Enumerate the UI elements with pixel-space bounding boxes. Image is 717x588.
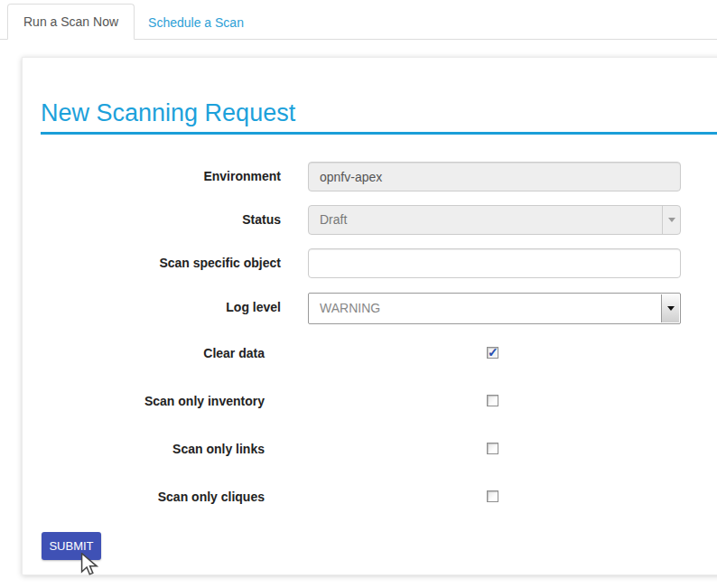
scan-only-cliques-label: Scan only cliques xyxy=(41,489,265,505)
scan-specific-object-label: Scan specific object xyxy=(41,248,281,278)
scan-specific-object-input[interactable] xyxy=(308,248,681,278)
chevron-down-icon xyxy=(661,294,679,322)
scan-only-inventory-checkbox[interactable] xyxy=(487,395,498,406)
page-title: New Scanning Request xyxy=(41,99,717,135)
form-row-log-level: Log level WARNING xyxy=(23,293,717,323)
status-select-value: Draft xyxy=(320,206,656,234)
form-row-status: Status Draft xyxy=(23,205,717,236)
form-row-environment: Environment xyxy=(23,162,717,192)
form-row-clear-data: Clear data xyxy=(23,345,717,361)
scan-only-links-label: Scan only links xyxy=(41,441,265,457)
log-level-select[interactable]: WARNING xyxy=(308,293,681,324)
clear-data-label: Clear data xyxy=(41,345,265,361)
tab-label: Run a Scan Now xyxy=(23,14,118,29)
submit-button[interactable]: SUBMIT xyxy=(42,532,101,560)
form-row-scan-specific-object: Scan specific object xyxy=(23,248,717,279)
tab-bar: Run a Scan Now Schedule a Scan xyxy=(0,0,717,40)
tab-label: Schedule a Scan xyxy=(148,15,244,30)
form-row-scan-only-cliques: Scan only cliques xyxy=(23,489,717,505)
log-level-select-value: WARNING xyxy=(320,294,656,323)
form-row-scan-only-inventory: Scan only inventory xyxy=(23,393,717,409)
status-select: Draft xyxy=(308,205,681,235)
scan-only-links-checkbox[interactable] xyxy=(487,443,498,454)
form-row-scan-only-links: Scan only links xyxy=(23,441,717,457)
chevron-down-icon xyxy=(662,206,680,234)
scan-only-cliques-checkbox[interactable] xyxy=(487,490,498,502)
tab-run-a-scan-now[interactable]: Run a Scan Now xyxy=(7,4,135,40)
log-level-label: Log level xyxy=(41,293,281,322)
environment-input xyxy=(308,162,681,191)
scan-only-inventory-label: Scan only inventory xyxy=(41,393,265,409)
tab-schedule-a-scan[interactable]: Schedule a Scan xyxy=(135,5,257,40)
status-label: Status xyxy=(41,205,281,235)
environment-label: Environment xyxy=(41,162,281,191)
scan-request-card: New Scanning Request Environment Status … xyxy=(22,57,717,575)
clear-data-checkbox[interactable] xyxy=(487,347,498,359)
